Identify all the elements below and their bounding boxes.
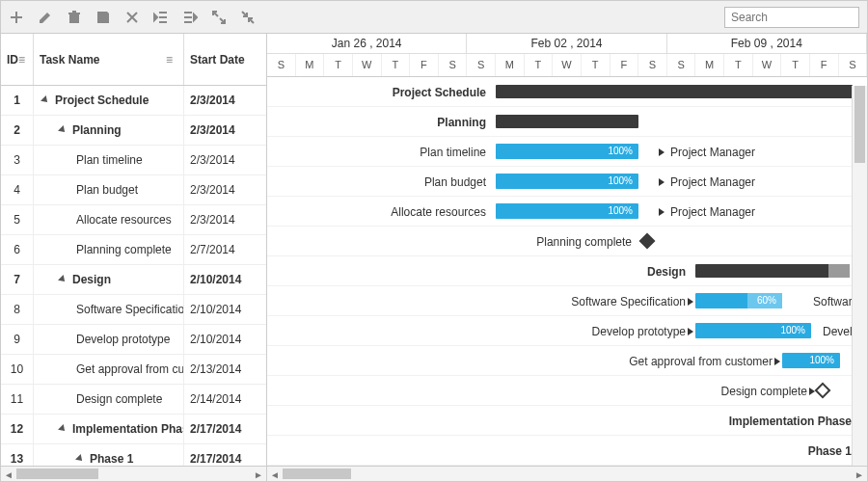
dependency-arrow-icon — [688, 298, 693, 306]
table-row[interactable]: 1Project Schedule2/3/2014 — [1, 86, 266, 116]
chart-row: Implementation Phase — [267, 406, 867, 436]
cell-date: 2/3/2014 — [184, 205, 265, 234]
cancel-icon[interactable] — [124, 10, 140, 25]
table-row[interactable]: 10Get approval from customer2/13/2014 — [1, 355, 266, 385]
scroll-thumb[interactable] — [854, 86, 865, 163]
table-row[interactable]: 7Design2/10/2014 — [1, 265, 266, 295]
day-header: W — [553, 54, 582, 76]
expand-icon[interactable] — [211, 10, 227, 25]
row-label: Design — [647, 256, 686, 286]
day-header: M — [695, 54, 724, 76]
task-bar[interactable]: 100% — [782, 353, 840, 368]
day-header: S — [638, 54, 667, 76]
collapse-toggle-icon[interactable] — [58, 275, 68, 284]
menu-icon[interactable]: ≡ — [18, 53, 27, 67]
table-row[interactable]: 12Implementation Phase2/17/2014 — [1, 415, 266, 444]
vertical-scrollbar[interactable] — [852, 86, 867, 466]
cell-name: Allocate resources — [34, 205, 184, 234]
scroll-right-icon[interactable]: ► — [251, 467, 266, 482]
cell-name: Plan timeline — [34, 146, 184, 174]
table-row[interactable]: 2Planning2/3/2014 — [1, 116, 266, 146]
day-header: T — [582, 54, 610, 76]
chart-rows[interactable]: Project SchedulePlanningPlan timeline100… — [267, 77, 867, 466]
table-row[interactable]: 6Planning complete2/7/2014 — [1, 235, 266, 265]
row-label: Phase 1 — [808, 436, 852, 466]
cell-date: 2/3/2014 — [184, 116, 265, 145]
week-row: Jan 26 , 2014Feb 02 , 2014Feb 09 , 2014 — [267, 34, 867, 53]
chart-row: Develop prototype100%Developer — [267, 316, 867, 346]
collapse-toggle-icon[interactable] — [75, 454, 85, 464]
cell-date: 2/10/2014 — [184, 265, 265, 294]
menu-icon[interactable]: ≡ — [166, 53, 177, 67]
collapse-toggle-icon[interactable] — [41, 95, 50, 105]
resource-label: Project Manager — [670, 167, 755, 197]
col-date-label: Start Date — [190, 53, 245, 67]
task-bar[interactable]: 100% — [496, 144, 638, 159]
grid-hscroll[interactable]: ◄ ► — [1, 467, 267, 481]
cell-name: Planning complete — [34, 235, 184, 264]
table-row[interactable]: 4Plan budget2/3/2014 — [1, 175, 266, 205]
cell-id: 12 — [1, 415, 34, 443]
chart-row: Software Specification60%Software Analys… — [267, 286, 867, 316]
gantt-app: ID ≡ Task Name ≡ Start Date 1Project Sch… — [0, 0, 868, 482]
summary-bar[interactable] — [496, 85, 853, 98]
toolbar — [1, 1, 867, 34]
chart-hscroll[interactable]: ◄ ► — [267, 467, 867, 481]
summary-bar[interactable] — [695, 264, 850, 278]
day-header: T — [781, 54, 810, 76]
task-bar[interactable]: 100% — [496, 174, 638, 189]
grid-rows: 1Project Schedule2/3/20142Planning2/3/20… — [1, 86, 266, 466]
task-bar[interactable]: 60% — [695, 293, 782, 308]
collapse-toggle-icon[interactable] — [58, 424, 68, 434]
milestone-icon[interactable] — [815, 383, 831, 399]
table-row[interactable]: 11Design complete2/14/2014 — [1, 385, 266, 415]
chart-row: Allocate resources100%Project Manager — [267, 197, 867, 227]
scroll-left-icon[interactable]: ◄ — [267, 467, 283, 482]
scroll-left-icon[interactable]: ◄ — [1, 467, 16, 482]
collapse-toggle-icon[interactable] — [58, 125, 68, 135]
table-row[interactable]: 9Develop prototype2/10/2014 — [1, 325, 266, 355]
day-header: T — [382, 54, 411, 76]
scroll-thumb[interactable] — [16, 469, 98, 479]
cell-id: 9 — [1, 325, 34, 354]
cell-id: 5 — [1, 205, 34, 234]
search-input[interactable] — [724, 7, 859, 28]
row-label: Planning — [437, 107, 486, 137]
indent-icon[interactable] — [182, 10, 198, 25]
chart-row: Plan timeline100%Project Manager — [267, 137, 867, 167]
task-bar[interactable]: 100% — [695, 323, 811, 338]
table-row[interactable]: 5Allocate resources2/3/2014 — [1, 205, 266, 235]
col-name[interactable]: Task Name ≡ — [34, 34, 184, 85]
col-date[interactable]: Start Date — [184, 34, 265, 85]
gantt-body: ID ≡ Task Name ≡ Start Date 1Project Sch… — [1, 34, 867, 466]
table-row[interactable]: 3Plan timeline2/3/2014 — [1, 146, 266, 175]
cell-id: 7 — [1, 265, 34, 294]
delete-icon[interactable] — [67, 10, 82, 25]
outdent-icon[interactable] — [153, 10, 169, 25]
table-row[interactable]: 13Phase 12/17/2014 — [1, 444, 266, 466]
add-icon[interactable] — [9, 10, 24, 25]
day-header: M — [296, 54, 325, 76]
row-label: Plan timeline — [420, 137, 486, 167]
task-bar[interactable]: 100% — [496, 203, 638, 219]
milestone-icon[interactable] — [639, 233, 656, 250]
chart-row: Design complete — [267, 376, 867, 406]
collapse-icon[interactable] — [240, 10, 256, 25]
day-header: S — [267, 54, 296, 76]
progress-label: 100% — [780, 325, 805, 335]
cell-id: 13 — [1, 444, 34, 466]
cell-id: 11 — [1, 385, 34, 414]
scroll-thumb[interactable] — [283, 469, 351, 479]
col-id[interactable]: ID ≡ — [1, 34, 34, 85]
edit-icon[interactable] — [38, 10, 53, 25]
save-icon[interactable] — [95, 10, 111, 25]
table-row[interactable]: 8Software Specification2/10/2014 — [1, 295, 266, 325]
row-label: Software Specification — [571, 286, 686, 316]
summary-bar[interactable] — [496, 115, 638, 128]
cell-id: 2 — [1, 116, 34, 145]
cell-date: 2/17/2014 — [184, 444, 265, 466]
cell-id: 1 — [1, 86, 34, 115]
task-grid: ID ≡ Task Name ≡ Start Date 1Project Sch… — [1, 34, 267, 466]
scroll-right-icon[interactable]: ► — [852, 467, 867, 482]
cell-id: 3 — [1, 146, 34, 174]
